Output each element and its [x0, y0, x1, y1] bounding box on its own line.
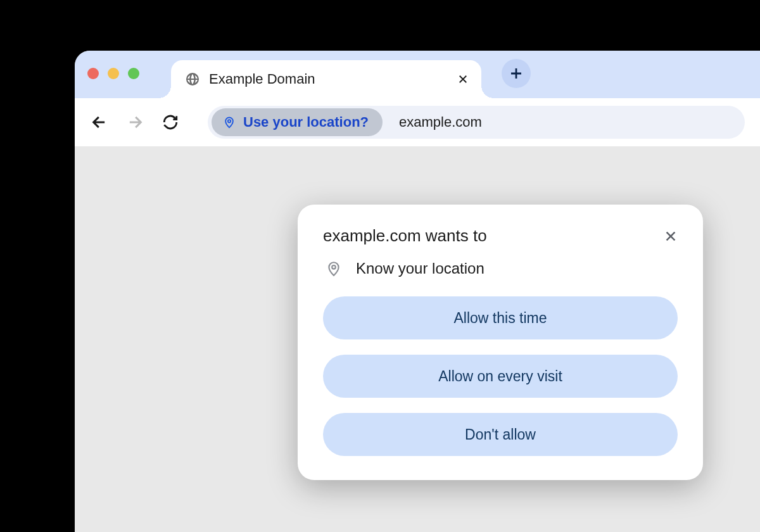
minimize-window-button[interactable] [108, 68, 119, 79]
browser-window: Example Domain Use your location? e [75, 51, 760, 532]
deny-button[interactable]: Don't allow [323, 413, 678, 456]
close-tab-button[interactable] [457, 73, 469, 85]
close-window-button[interactable] [87, 68, 99, 79]
back-button[interactable] [90, 113, 109, 132]
maximize-window-button[interactable] [128, 68, 139, 79]
allow-always-button[interactable]: Allow on every visit [323, 355, 678, 398]
close-popup-button[interactable] [664, 229, 678, 243]
forward-button[interactable] [125, 113, 144, 132]
toolbar: Use your location? example.com [75, 98, 760, 146]
svg-point-1 [332, 265, 336, 269]
location-pin-icon [326, 260, 342, 277]
browser-tab[interactable]: Example Domain [171, 60, 481, 98]
address-bar[interactable]: Use your location? example.com [208, 106, 745, 139]
tab-title: Example Domain [209, 71, 457, 87]
reload-button[interactable] [161, 113, 180, 132]
tab-strip: Example Domain [75, 51, 760, 98]
new-tab-button[interactable] [502, 59, 531, 88]
url-text: example.com [399, 114, 482, 130]
permission-popup: example.com wants to Know your location … [298, 205, 703, 480]
permission-description: Know your location [356, 260, 484, 277]
svg-point-0 [228, 120, 231, 122]
permission-chip-label: Use your location? [243, 114, 369, 130]
globe-icon [185, 72, 200, 87]
window-controls [87, 68, 139, 79]
popup-title: example.com wants to [323, 226, 487, 246]
permission-chip[interactable]: Use your location? [212, 108, 383, 136]
location-pin-icon [223, 116, 236, 129]
permission-row: Know your location [326, 260, 678, 277]
allow-once-button[interactable]: Allow this time [323, 296, 678, 339]
